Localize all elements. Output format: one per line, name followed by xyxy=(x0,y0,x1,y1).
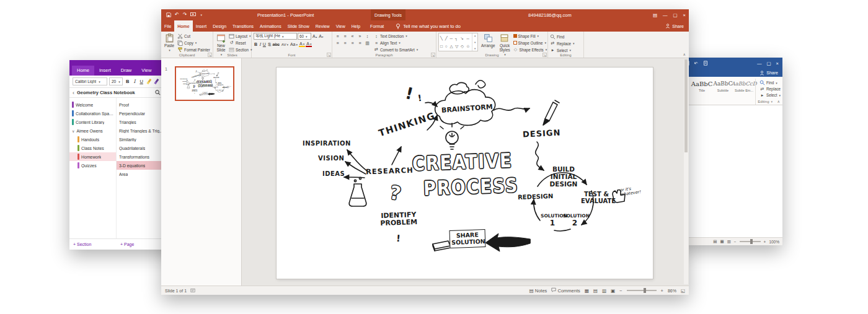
ribbon-display-options-icon[interactable]: ▤ xyxy=(653,12,657,18)
tab-view[interactable]: View xyxy=(333,20,348,32)
add-page-button[interactable]: + Page xyxy=(117,242,138,246)
zoom-in-button[interactable]: + xyxy=(661,288,663,294)
bold-button[interactable]: B xyxy=(125,79,130,84)
decrease-indent-icon[interactable]: « xyxy=(349,34,356,38)
font-color-button[interactable]: A▾ xyxy=(306,41,312,47)
tab-design[interactable]: Design xyxy=(210,20,229,32)
shape-outline-button[interactable]: Shape Outline▾ xyxy=(513,40,547,46)
section-item[interactable]: Quizzes xyxy=(69,161,116,170)
zoom-level[interactable]: 86% xyxy=(668,289,676,293)
slide-canvas[interactable]: ! ! THINKING BRAINSTORM DESIGN INSPIRATI… xyxy=(277,68,653,279)
redesign-label[interactable]: REDESIGN xyxy=(213,87,218,88)
word-print-layout-button[interactable]: ▦ xyxy=(720,239,724,244)
vision-label[interactable]: VISION xyxy=(182,81,186,82)
section-item-selected[interactable]: Homework xyxy=(69,152,116,161)
zoom-slider[interactable] xyxy=(740,241,761,242)
redo-icon[interactable]: ↷ xyxy=(183,12,187,17)
highlighter-icon[interactable] xyxy=(147,79,152,84)
change-case-button[interactable]: Aa▾ xyxy=(290,42,298,46)
reset-button[interactable]: ↺ Reset xyxy=(229,40,252,46)
exclamation-doodle[interactable]: ! xyxy=(197,71,198,72)
creative-title[interactable]: CREATIVE xyxy=(412,150,513,175)
research-label[interactable]: RESEARCH xyxy=(366,167,414,177)
numbering-icon[interactable]: ≡ xyxy=(342,34,348,38)
tab-transitions[interactable]: Transitions xyxy=(229,20,257,32)
onenote-font-name-combo[interactable]: Calibri Light▾ xyxy=(73,77,107,85)
tab-help[interactable]: Help xyxy=(348,20,363,32)
copy-button[interactable]: Copy ▾ xyxy=(177,40,210,46)
collapse-ribbon-icon[interactable]: ∧ xyxy=(777,99,780,103)
slide-canvas[interactable]: ! ! THINKING BRAINSTORM DESIGN INSPIRATI… xyxy=(176,68,233,100)
onenote-tab-home[interactable]: Home xyxy=(72,66,94,76)
back-chevron-icon[interactable]: ‹ xyxy=(73,90,74,96)
style-subtle-emphasis[interactable]: AaBbCcD Subtle Em... xyxy=(734,79,754,105)
accessibility-status-icon[interactable] xyxy=(190,288,195,293)
section-button[interactable]: Section▾ xyxy=(229,46,252,53)
solution2-number[interactable]: 2 xyxy=(221,90,222,92)
paste-button[interactable]: Paste ▾ xyxy=(163,33,175,53)
tab-file[interactable]: File xyxy=(161,20,174,32)
process-title[interactable]: PROCESS xyxy=(198,84,213,87)
shape-fill-button[interactable]: Shape Fill▾ xyxy=(513,33,547,39)
bold-button[interactable]: B xyxy=(254,42,258,46)
qat-customize-icon[interactable]: ▾ xyxy=(200,13,202,17)
tab-insert[interactable]: Insert xyxy=(193,20,210,32)
fit-to-window-icon[interactable]: ◱ xyxy=(681,288,685,294)
font-size-combo[interactable]: 60▾ xyxy=(298,33,311,40)
share-solution-box[interactable]: SHARESOLUTION xyxy=(450,229,486,248)
increase-indent-icon[interactable]: » xyxy=(356,34,363,38)
drawing-dialog-launcher[interactable]: ↘ xyxy=(542,53,547,57)
style-subtitle[interactable]: AaBbC Subtitle xyxy=(713,79,733,105)
test-evaluate-label[interactable]: TEST & EVALUATE xyxy=(222,86,227,88)
solution1-number[interactable]: 1 xyxy=(217,90,218,92)
ideas-label[interactable]: IDEAS xyxy=(183,83,187,84)
add-section-button[interactable]: + Section xyxy=(69,242,117,246)
italic-button[interactable]: I xyxy=(259,42,262,47)
search-icon[interactable] xyxy=(155,90,161,97)
onenote-tab-insert[interactable]: Insert xyxy=(94,66,116,76)
solution1-number[interactable]: 1 xyxy=(548,219,557,227)
onenote-tab-view[interactable]: View xyxy=(136,66,156,76)
select-button[interactable]: ▸ Select▾ xyxy=(550,47,582,53)
section-item[interactable]: Handouts xyxy=(69,135,116,144)
research-label[interactable]: RESEARCH xyxy=(190,82,197,84)
slide-thumbnail-content[interactable]: ! ! THINKING BRAINSTORM DESIGN INSPIRATI… xyxy=(175,66,234,101)
word-document-area[interactable] xyxy=(681,105,782,237)
align-right-icon[interactable]: ≡ xyxy=(349,41,356,45)
font-name-combo[interactable]: 等线 Light (He▾ xyxy=(254,33,297,40)
format-painter-button[interactable]: Format Painter xyxy=(177,46,210,53)
exclamation-doodle[interactable]: ! xyxy=(194,93,195,95)
replace-button[interactable]: ⇄ Replace▾ xyxy=(550,40,582,46)
underline-button[interactable]: U xyxy=(262,42,267,46)
minimize-icon[interactable]: — xyxy=(663,12,668,18)
section-item[interactable]: Welcome xyxy=(69,100,116,109)
build-initial-design-label[interactable]: BUILD INITIAL DESIGN xyxy=(217,82,222,85)
save-icon[interactable] xyxy=(166,12,171,17)
inspiration-label[interactable]: INSPIRATION xyxy=(303,140,351,147)
word-share-button[interactable]: Share xyxy=(766,71,778,75)
strikethrough-button[interactable]: abc xyxy=(272,42,280,46)
zoom-level[interactable]: 100% xyxy=(769,240,779,244)
columns-icon[interactable]: ▥ xyxy=(364,41,371,46)
slide-sorter-view-button[interactable]: ▤ xyxy=(593,288,598,294)
solution2-number[interactable]: 2 xyxy=(570,219,579,227)
align-left-icon[interactable]: ≡ xyxy=(334,41,341,45)
new-slide-button[interactable]: New Slide ▾ xyxy=(215,33,227,53)
clipboard-dialog-launcher[interactable]: ↘ xyxy=(208,53,212,57)
paragraph-dialog-launcher[interactable]: ↘ xyxy=(431,53,435,57)
onenote-font-size-combo[interactable]: 20▾ xyxy=(109,77,123,85)
maximize-icon[interactable]: ▢ xyxy=(673,12,678,18)
style-title[interactable]: AaBbC Title xyxy=(692,79,712,105)
notes-button[interactable]: ▤ Notes xyxy=(529,288,547,294)
redesign-label[interactable]: REDESIGN xyxy=(518,193,554,201)
word-replace-button[interactable]: ⇄ Replace xyxy=(760,86,781,92)
test-evaluate-label[interactable]: TEST & EVALUATE xyxy=(581,191,612,204)
section-item[interactable]: Content Library xyxy=(69,118,116,126)
pen-icon[interactable] xyxy=(154,79,159,84)
build-initial-design-label[interactable]: BUILD INITIAL DESIGN xyxy=(547,166,580,188)
zoom-out-button[interactable]: − xyxy=(619,288,622,294)
share-button[interactable]: Share xyxy=(660,20,689,32)
justify-icon[interactable]: ≡ xyxy=(356,41,363,45)
word-qat-undo-icon[interactable] xyxy=(694,61,699,66)
character-spacing-button[interactable]: AV▾ xyxy=(281,43,289,46)
